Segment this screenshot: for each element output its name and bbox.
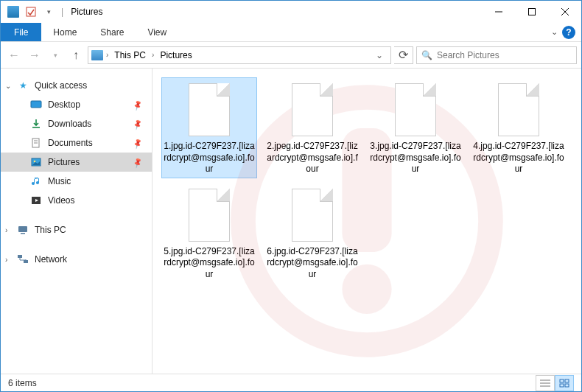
star-icon: ★ xyxy=(17,80,29,91)
svg-rect-18 xyxy=(24,260,28,263)
pin-icon: 📌 xyxy=(131,156,143,168)
share-tab[interactable]: Share xyxy=(88,23,136,41)
sidebar-this-pc[interactable]: › This PC xyxy=(1,220,152,239)
sidebar-label: Network xyxy=(35,254,67,265)
recent-dropdown[interactable]: ▾ xyxy=(46,46,64,64)
file-item[interactable]: 2.jpeg.id-C279F237.[lizardcrypt@msgsafe.… xyxy=(264,77,360,178)
music-icon xyxy=(30,175,42,187)
minimize-button[interactable] xyxy=(482,1,515,22)
sidebar-item-music[interactable]: Music xyxy=(1,172,152,191)
breadcrumb-root[interactable]: This PC xyxy=(111,50,149,60)
file-icon xyxy=(287,186,337,245)
sidebar-item-label: Music xyxy=(48,176,71,186)
chevron-down-icon[interactable]: ⌄ xyxy=(5,82,11,90)
network-icon xyxy=(17,253,29,265)
sidebar-item-desktop[interactable]: Desktop📌 xyxy=(1,95,152,114)
svg-rect-5 xyxy=(31,101,41,108)
details-view-button[interactable] xyxy=(536,375,555,391)
ribbon-tabs: File Home Share View ⌄ ? xyxy=(1,23,581,42)
file-name: 3.jpg.id-C279F237.[lizardcrypt@msgsafe.i… xyxy=(369,141,462,175)
qat-properties[interactable] xyxy=(23,4,39,20)
title-bar: ▾ | Pictures xyxy=(1,1,581,23)
ribbon-expand-icon[interactable]: ⌄ xyxy=(551,27,558,37)
up-button[interactable]: ↑ xyxy=(67,46,85,64)
sidebar-network[interactable]: › Network xyxy=(1,250,152,269)
address-dropdown[interactable]: ⌄ xyxy=(371,50,388,60)
title-separator: | xyxy=(58,7,66,17)
location-icon xyxy=(91,50,103,60)
file-tab[interactable]: File xyxy=(1,23,41,41)
desktop-icon xyxy=(30,99,42,111)
svg-rect-26 xyxy=(565,379,569,382)
chevron-right-icon[interactable]: › xyxy=(106,51,108,59)
sidebar-label: This PC xyxy=(35,225,66,235)
sidebar-item-pictures[interactable]: Pictures📌 xyxy=(1,153,152,172)
sidebar-item-label: Desktop xyxy=(48,99,80,110)
search-placeholder: Search Pictures xyxy=(437,50,499,60)
file-icon xyxy=(287,80,337,139)
file-name: 2.jpeg.id-C279F237.[lizardcrypt@msgsafe.… xyxy=(266,141,359,175)
refresh-button[interactable]: ⟳ xyxy=(394,46,413,64)
chevron-right-icon[interactable]: › xyxy=(152,51,154,59)
view-tab[interactable]: View xyxy=(136,23,178,41)
svg-rect-15 xyxy=(18,226,27,232)
sidebar-item-documents[interactable]: Documents📌 xyxy=(1,133,152,153)
file-name: 5.jpg.id-C279F237.[lizardcrypt@msgsafe.i… xyxy=(163,246,256,281)
file-item[interactable]: 1.jpg.id-C279F237.[lizardcrypt@msgsafe.i… xyxy=(161,77,257,178)
svg-rect-25 xyxy=(560,379,564,382)
chevron-right-icon[interactable]: › xyxy=(5,226,7,234)
svg-rect-16 xyxy=(21,233,25,234)
breadcrumb-current[interactable]: Pictures xyxy=(157,50,194,60)
file-icon xyxy=(184,186,234,245)
app-icon[interactable] xyxy=(5,4,21,20)
thumbnails-view-button[interactable] xyxy=(555,375,574,391)
search-icon: 🔍 xyxy=(421,50,432,60)
svg-rect-2 xyxy=(528,9,535,15)
file-icon xyxy=(494,80,544,139)
file-view[interactable]: 1.jpg.id-C279F237.[lizardcrypt@msgsafe.i… xyxy=(152,69,581,374)
svg-point-12 xyxy=(34,161,36,163)
chevron-right-icon[interactable]: › xyxy=(5,256,7,264)
sidebar-item-downloads[interactable]: Downloads📌 xyxy=(1,114,152,133)
videos-icon xyxy=(30,195,42,206)
sidebar-item-label: Documents xyxy=(48,138,93,148)
sidebar-label: Quick access xyxy=(35,80,87,91)
sidebar-item-label: Downloads xyxy=(48,119,91,129)
svg-rect-17 xyxy=(18,255,22,258)
file-item[interactable]: 4.jpg.id-C279F237.[lizardcrypt@msgsafe.i… xyxy=(471,77,567,178)
sidebar-item-label: Videos xyxy=(48,195,74,206)
downloads-icon xyxy=(30,118,42,130)
file-item[interactable]: 6.jpg.id-C279F237.[lizardcrypt@msgsafe.i… xyxy=(264,183,360,284)
file-icon xyxy=(390,80,441,139)
file-item[interactable]: 3.jpg.id-C279F237.[lizardcrypt@msgsafe.i… xyxy=(368,77,463,178)
pin-icon: 📌 xyxy=(131,137,143,149)
svg-rect-27 xyxy=(560,384,564,387)
pictures-icon xyxy=(30,156,42,168)
back-button[interactable]: ← xyxy=(5,46,23,64)
sidebar-item-videos[interactable]: Videos xyxy=(1,191,152,210)
sidebar-quick-access[interactable]: ⌄ ★ Quick access xyxy=(1,76,152,95)
file-name: 6.jpg.id-C279F237.[lizardcrypt@msgsafe.i… xyxy=(266,246,359,281)
nav-pane: ⌄ ★ Quick access Desktop📌Downloads📌Docum… xyxy=(1,69,152,374)
item-count: 6 items xyxy=(8,378,37,388)
documents-icon xyxy=(30,137,42,149)
file-icon xyxy=(184,80,234,139)
pin-icon: 📌 xyxy=(131,99,143,111)
window-title: Pictures xyxy=(68,7,102,17)
breadcrumb[interactable]: › This PC › Pictures ⌄ xyxy=(88,46,391,64)
qat-dropdown[interactable]: ▾ xyxy=(41,4,57,20)
help-button[interactable]: ? xyxy=(562,26,575,39)
pin-icon: 📌 xyxy=(131,118,143,130)
address-bar-row: ← → ▾ ↑ › This PC › Pictures ⌄ ⟳ 🔍 Searc… xyxy=(1,42,581,69)
svg-rect-0 xyxy=(27,7,35,16)
search-input[interactable]: 🔍 Search Pictures xyxy=(416,46,577,64)
file-name: 4.jpg.id-C279F237.[lizardcrypt@msgsafe.i… xyxy=(472,141,565,175)
sidebar-item-label: Pictures xyxy=(48,157,80,167)
close-button[interactable] xyxy=(548,1,581,22)
forward-button[interactable]: → xyxy=(26,46,43,64)
home-tab[interactable]: Home xyxy=(41,23,88,41)
file-item[interactable]: 5.jpg.id-C279F237.[lizardcrypt@msgsafe.i… xyxy=(161,183,257,284)
maximize-button[interactable] xyxy=(515,1,548,22)
pc-icon xyxy=(17,224,29,236)
status-bar: 6 items xyxy=(1,374,581,391)
